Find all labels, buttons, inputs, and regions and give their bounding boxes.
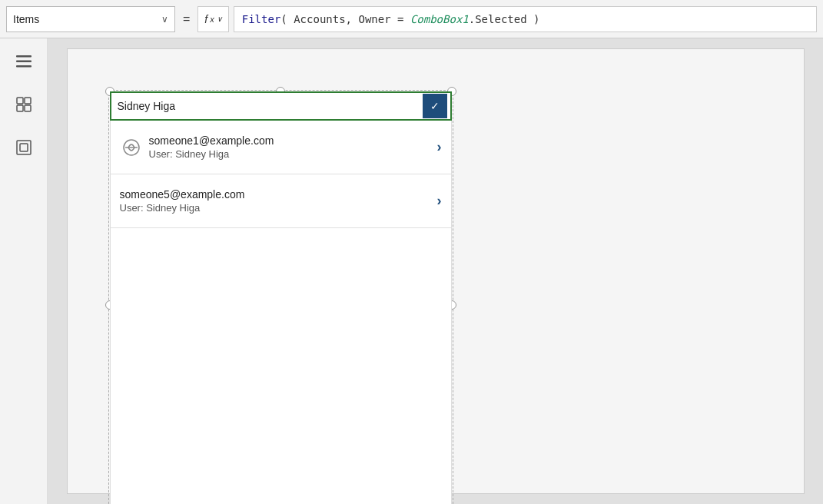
fx-chevron-icon: ∨: [217, 15, 222, 23]
fx-button[interactable]: fx ∨: [197, 6, 228, 32]
item-1-content: someone1@example.com User: Sidney Higa: [149, 134, 437, 160]
formula-display[interactable]: Filter ( Accounts, Owner = ComboBox1 .Se…: [234, 6, 817, 32]
canvas-area: Sidney Higa ✓: [48, 38, 823, 504]
items-chevron-icon: ∨: [161, 14, 168, 25]
gallery-list: someone1@example.com User: Sidney Higa ›…: [110, 121, 452, 504]
svg-rect-4: [25, 98, 31, 104]
item-1-email: someone1@example.com: [149, 134, 437, 147]
formula-accounts: Accounts, Owner =: [287, 13, 410, 25]
fx-x: x: [210, 15, 214, 24]
item-1-chevron-icon: ›: [437, 139, 442, 155]
svg-rect-6: [25, 105, 31, 111]
item-2-content: someone5@example.com User: Sidney Higa: [120, 188, 437, 214]
formula-combobox-ref: ComboBox1: [410, 13, 469, 25]
formula-keyword: Filter: [242, 13, 281, 25]
combobox-dropdown-button[interactable]: ✓: [423, 94, 447, 118]
gallery-item-2[interactable]: someone5@example.com User: Sidney Higa ›: [111, 174, 451, 228]
item-1-icon: [120, 136, 143, 159]
gallery-widget: Sidney Higa ✓: [110, 91, 452, 504]
svg-rect-3: [17, 98, 23, 104]
items-dropdown[interactable]: Items ∨: [6, 6, 175, 32]
menu-icon[interactable]: [10, 48, 38, 75]
canvas-frame: Sidney Higa ✓: [67, 48, 805, 494]
fx-label: f: [204, 13, 207, 25]
main-area: Sidney Higa ✓: [0, 38, 823, 504]
svg-rect-7: [17, 141, 31, 154]
gallery-item-1[interactable]: someone1@example.com User: Sidney Higa ›: [111, 121, 451, 174]
layers-icon[interactable]: [10, 91, 38, 118]
item-2-email: someone5@example.com: [120, 188, 437, 201]
items-label: Items: [13, 13, 155, 25]
sidebar: [0, 38, 48, 504]
gallery-empty-area: [111, 228, 451, 504]
equals-sign: =: [180, 12, 193, 26]
svg-rect-2: [16, 65, 32, 68]
svg-rect-0: [16, 55, 32, 58]
combobox-check-icon: ✓: [430, 100, 440, 112]
formula-close-paren: ): [533, 13, 539, 25]
formula-selected: .Selected: [469, 13, 533, 25]
combobox-container: Sidney Higa ✓: [110, 91, 452, 121]
item-2-chevron-icon: ›: [437, 193, 442, 209]
formula-open-paren: (: [280, 13, 287, 25]
combobox-value: Sidney Higa: [118, 100, 423, 112]
svg-rect-8: [20, 144, 28, 151]
components-icon[interactable]: [10, 134, 38, 161]
svg-rect-5: [17, 105, 23, 111]
svg-rect-1: [16, 61, 32, 63]
combobox-input[interactable]: Sidney Higa ✓: [110, 91, 452, 121]
formula-bar: Items ∨ = fx ∨ Filter ( Accounts, Owner …: [0, 0, 823, 38]
item-2-user: User: Sidney Higa: [120, 202, 437, 214]
item-1-user: User: Sidney Higa: [149, 148, 437, 160]
